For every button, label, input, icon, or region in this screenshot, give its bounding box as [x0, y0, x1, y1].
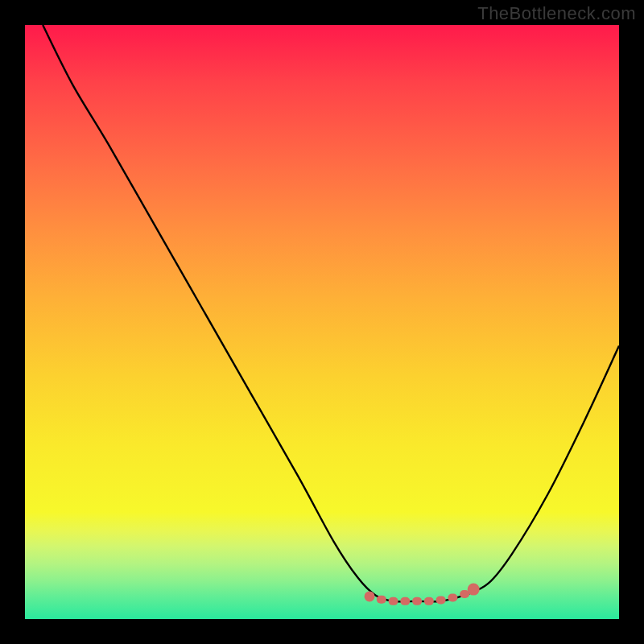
marker-dash [424, 597, 434, 605]
chart-svg [25, 25, 619, 619]
marker-dot-end [468, 584, 480, 596]
marker-dash [448, 593, 457, 601]
marker-dash [436, 596, 446, 604]
watermark-text: TheBottleneck.com [477, 3, 636, 24]
marker-dash [412, 597, 422, 605]
chart-frame: TheBottleneck.com [0, 0, 644, 644]
bottleneck-curve-line [43, 25, 619, 601]
marker-dash [377, 596, 386, 604]
marker-dash [389, 597, 398, 605]
marker-dash [400, 597, 410, 605]
marker-dot-start [365, 591, 375, 601]
plot-area [25, 25, 619, 619]
